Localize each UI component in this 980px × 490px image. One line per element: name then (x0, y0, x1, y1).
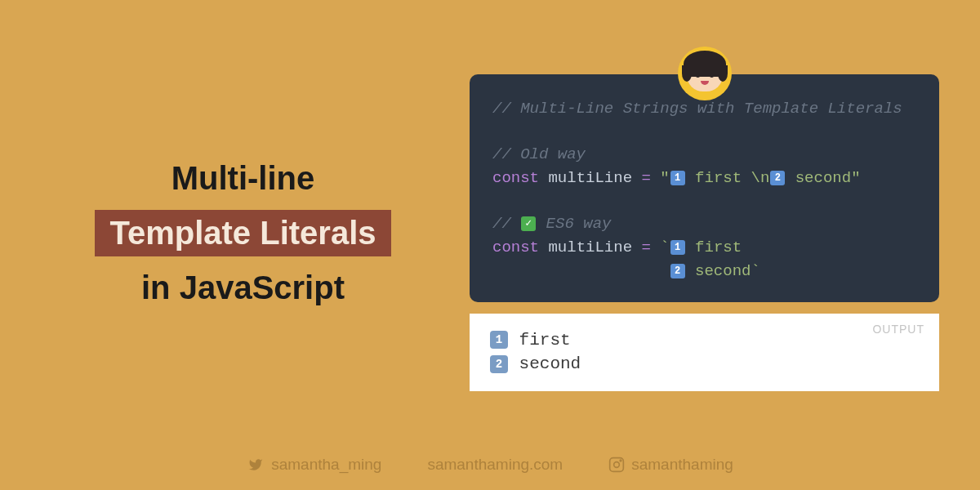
number-two-icon: 2 (770, 171, 785, 185)
footer-instagram: samanthaming (608, 456, 733, 474)
twitter-handle: samantha_ming (271, 456, 381, 474)
output-label: OUTPUT (872, 322, 924, 338)
equals-op: = (641, 169, 650, 187)
title-line-3: in JavaScript (141, 270, 345, 306)
svg-point-2 (620, 460, 621, 461)
svg-point-1 (614, 462, 620, 468)
code-comment-es6-prefix: // (492, 215, 520, 233)
title-highlight: Template Literals (95, 210, 390, 256)
string-second: second (786, 169, 851, 187)
twitter-icon (247, 457, 265, 472)
string-open: " (660, 169, 669, 187)
output-number-one-icon: 1 (490, 331, 508, 349)
var-name: multiLine (548, 169, 632, 187)
footer-twitter: samantha_ming (247, 456, 381, 474)
number-one-icon-2: 1 (670, 240, 685, 255)
avatar (678, 47, 732, 100)
output-line-1: first (509, 331, 571, 350)
instagram-handle: samanthaming (631, 456, 733, 474)
bt-indent (492, 262, 670, 280)
code-block: // Multi-Line Strings with Template Lite… (470, 74, 939, 302)
backtick-open: ` (660, 238, 669, 256)
bt-second: second (686, 262, 751, 280)
code-comment-old: // Old way (492, 145, 586, 163)
var-name-2: multiLine (548, 238, 632, 256)
code-panel: // Multi-Line Strings with Template Lite… (470, 74, 939, 390)
output-number-two-icon: 2 (490, 355, 508, 373)
output-line-2: second (509, 354, 581, 373)
output-block: OUTPUT 1 first 2 second (470, 314, 939, 391)
string-first: first (686, 169, 751, 187)
string-close: " (851, 169, 860, 187)
check-icon: ✓ (521, 216, 536, 231)
equals-op-2: = (641, 238, 650, 256)
backtick-close: ` (751, 262, 760, 280)
code-comment-es6-suffix: ES6 way (537, 215, 611, 233)
website-url: samanthaming.com (427, 456, 563, 474)
code-comment-title: // Multi-Line Strings with Template Lite… (492, 100, 902, 118)
keyword-const: const (492, 169, 539, 187)
footer: samantha_ming samanthaming.com samantham… (0, 456, 980, 474)
bt-first: first (686, 238, 742, 256)
footer-website: samanthaming.com (427, 456, 563, 474)
number-one-icon: 1 (670, 171, 685, 185)
instagram-icon (608, 457, 625, 473)
number-two-icon-2: 2 (670, 264, 685, 278)
string-newline: \n (751, 169, 770, 187)
keyword-const-2: const (492, 238, 539, 256)
title-block: Multi-line Template Literals in JavaScri… (41, 160, 470, 306)
title-line-1: Multi-line (172, 160, 315, 197)
